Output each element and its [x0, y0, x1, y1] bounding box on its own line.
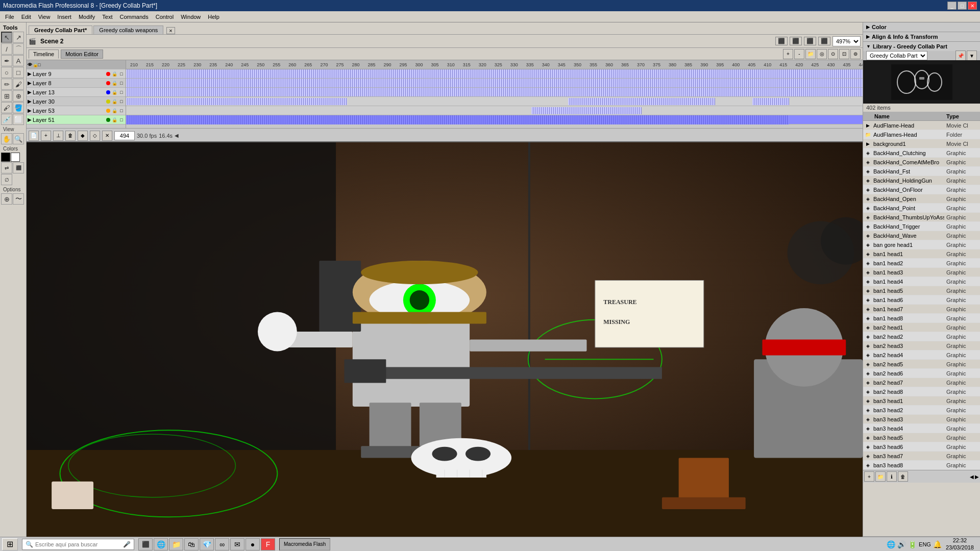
mail-btn[interactable]: ✉ — [230, 538, 244, 550]
lib-item-27[interactable]: ◈ ban2 head6 Graphic — [863, 369, 980, 378]
lib-options-btn[interactable]: ▼ — [967, 51, 977, 61]
lib-item-32[interactable]: ◈ ban3 head3 Graphic — [863, 415, 980, 424]
layer-row-9[interactable]: ▶ Layer 9 🔒 □ — [27, 69, 126, 79]
lib-item-6[interactable]: ◈ BackHand_HoldingGun Graphic — [863, 176, 980, 185]
menu-insert[interactable]: Insert — [54, 13, 75, 21]
library-section-header[interactable]: ▼ Library - Greedy Collab Part — [863, 42, 980, 51]
menu-control[interactable]: Control — [153, 13, 177, 21]
smooth-option[interactable]: 〜 — [13, 193, 24, 205]
timeline-frames[interactable]: 210 215 220 225 230 235 240 245 250 255 — [126, 60, 863, 128]
lib-item-8[interactable]: ◈ BackHand_Open Graphic — [863, 194, 980, 204]
lib-item-21[interactable]: ◈ ban1 head8 Graphic — [863, 314, 980, 323]
pencil-tool[interactable]: ✏ — [1, 79, 12, 90]
menu-help[interactable]: Help — [205, 13, 223, 21]
no-color[interactable]: ∅ — [1, 174, 12, 185]
lib-item-0[interactable]: ▶ AudFlame-Head Movie Cl — [863, 121, 980, 130]
align-section-header[interactable]: ▶ Align & Info & Transform — [863, 32, 980, 41]
maximize-button[interactable]: □ — [958, 2, 967, 10]
lib-item-10[interactable]: ◈ BackHand_ThumbsUpYoAss Graphic — [863, 213, 980, 222]
doc-tab-0[interactable]: Greedy Collab Part* — [29, 26, 92, 34]
tl-del-layer[interactable]: - — [794, 49, 804, 59]
lib-properties-btn[interactable]: ℹ — [887, 471, 897, 482]
lib-item-24[interactable]: ◈ ban2 head3 Graphic — [863, 341, 980, 350]
flash-btn[interactable]: F — [261, 538, 275, 550]
lib-item-37[interactable]: ◈ ban3 head8 Graphic — [863, 461, 980, 470]
frame-number-input[interactable] — [114, 131, 135, 140]
volume-icon[interactable]: 🔊 — [897, 540, 906, 548]
layer-row-51[interactable]: ▶ Layer 51 🔒 □ — [27, 115, 126, 124]
lib-new-symbol-btn[interactable]: + — [864, 471, 874, 482]
stroke-color[interactable] — [1, 153, 10, 162]
lib-col-name-header[interactable]: Name — [872, 113, 944, 119]
layer-outline-30[interactable]: □ — [118, 99, 125, 104]
lib-item-23[interactable]: ◈ ban2 head2 Graphic — [863, 332, 980, 341]
tl-delete-kf-btn[interactable]: ✕ — [102, 131, 112, 141]
lib-item-25[interactable]: ◈ ban2 head4 Graphic — [863, 350, 980, 360]
menu-text[interactable]: Text — [99, 13, 115, 21]
track-layer-53[interactable] — [126, 106, 863, 115]
store-btn[interactable]: 🛍 — [184, 538, 199, 550]
bucket-tool[interactable]: 🪣 — [13, 102, 24, 113]
eyedrop-tool[interactable]: 💉 — [1, 114, 12, 125]
motion-editor-tab[interactable]: Motion Editor — [61, 49, 103, 59]
tl-onion-outline[interactable]: ⊙ — [828, 49, 838, 59]
lib-item-18[interactable]: ◈ ban1 head5 Graphic — [863, 286, 980, 295]
library-selector[interactable]: Greedy Collab Part — [866, 51, 927, 60]
layer-lock-30[interactable]: 🔒 — [111, 99, 117, 104]
menu-file[interactable]: File — [2, 13, 17, 21]
pen-tool[interactable]: ✒ — [1, 55, 12, 66]
timeline-tab[interactable]: Timeline — [29, 49, 59, 59]
lib-col-type-header[interactable]: Type — [944, 113, 980, 119]
freex-tool[interactable]: ⊞ — [1, 90, 12, 102]
lib-item-2[interactable]: ▶ background1 Movie Cl — [863, 139, 980, 148]
lib-item-30[interactable]: ◈ ban3 head1 Graphic — [863, 396, 980, 406]
snap-option[interactable]: ⊕ — [1, 193, 12, 205]
rect-tool[interactable]: □ — [13, 67, 24, 78]
lib-item-13[interactable]: ◈ ban gore head1 Graphic — [863, 240, 980, 249]
lib-item-22[interactable]: ◈ ban2 head1 Graphic — [863, 323, 980, 332]
line-tool[interactable]: / — [1, 43, 12, 55]
lib-item-31[interactable]: ◈ ban3 head2 Graphic — [863, 406, 980, 415]
track-layer-8[interactable] — [126, 79, 863, 88]
lib-item-33[interactable]: ◈ ban3 head4 Graphic — [863, 424, 980, 433]
menu-window[interactable]: Window — [178, 13, 204, 21]
menu-view[interactable]: View — [35, 13, 54, 21]
lib-scroll-left[interactable]: ◀ — [970, 474, 974, 480]
search-box[interactable]: 🔍 🎤 — [22, 539, 134, 550]
layer-outline-13[interactable]: □ — [118, 90, 125, 95]
ie-btn[interactable]: 🌐 — [154, 538, 168, 550]
canvas-area[interactable]: TREASURE MISSING — [27, 142, 863, 537]
zoom-select[interactable]: 497% 400% 300% 200% 100% — [832, 36, 861, 46]
layer-lock-13[interactable]: 🔒 — [111, 90, 117, 95]
lib-item-36[interactable]: ◈ ban3 head7 Graphic — [863, 452, 980, 461]
notification-icon[interactable]: 🔔 — [933, 540, 942, 548]
swap-colors[interactable]: ⇄ — [1, 162, 12, 173]
library-list[interactable]: ▶ AudFlame-Head Movie Cl 📁 AudFlames-Hea… — [863, 121, 980, 536]
network-icon[interactable]: 🌐 — [887, 540, 895, 548]
battery-icon[interactable]: 🔋 — [908, 540, 917, 548]
lib-item-5[interactable]: ◈ BackHand_Fst Graphic — [863, 167, 980, 176]
app2-btn[interactable]: ∞ — [215, 538, 229, 550]
lib-scroll-right[interactable]: ▶ — [975, 474, 979, 480]
track-layer-30[interactable] — [126, 97, 863, 106]
lib-item-19[interactable]: ◈ ban1 head6 Graphic — [863, 295, 980, 305]
lib-item-15[interactable]: ◈ ban1 head2 Graphic — [863, 259, 980, 268]
close-button[interactable]: ✕ — [968, 2, 977, 10]
tl-edit-multi[interactable]: ⊡ — [839, 49, 849, 59]
lib-item-35[interactable]: ◈ ban3 head6 Graphic — [863, 442, 980, 452]
layer-outline-53[interactable]: □ — [118, 108, 125, 113]
scene-btn-3[interactable]: ⬛ — [804, 37, 816, 45]
lib-item-28[interactable]: ◈ ban2 head7 Graphic — [863, 378, 980, 387]
search-input[interactable] — [35, 541, 121, 547]
tl-onion-skin[interactable]: ◎ — [817, 49, 827, 59]
layer-row-30[interactable]: ▶ Layer 30 🔒 □ — [27, 97, 126, 106]
layer-row-53[interactable]: ▶ Layer 53 🔒 □ — [27, 106, 126, 115]
ink-tool[interactable]: 🖋 — [1, 102, 12, 113]
scene-btn-2[interactable]: ⬛ — [790, 37, 802, 45]
task-view-btn[interactable]: ⬛ — [138, 538, 153, 550]
start-button[interactable]: ⊞ — [2, 538, 18, 550]
color-section-header[interactable]: ▶ Color — [863, 22, 980, 32]
track-layer-9[interactable] — [126, 69, 863, 79]
app1-btn[interactable]: 💎 — [200, 538, 214, 550]
layer-outline-51[interactable]: □ — [118, 117, 125, 122]
